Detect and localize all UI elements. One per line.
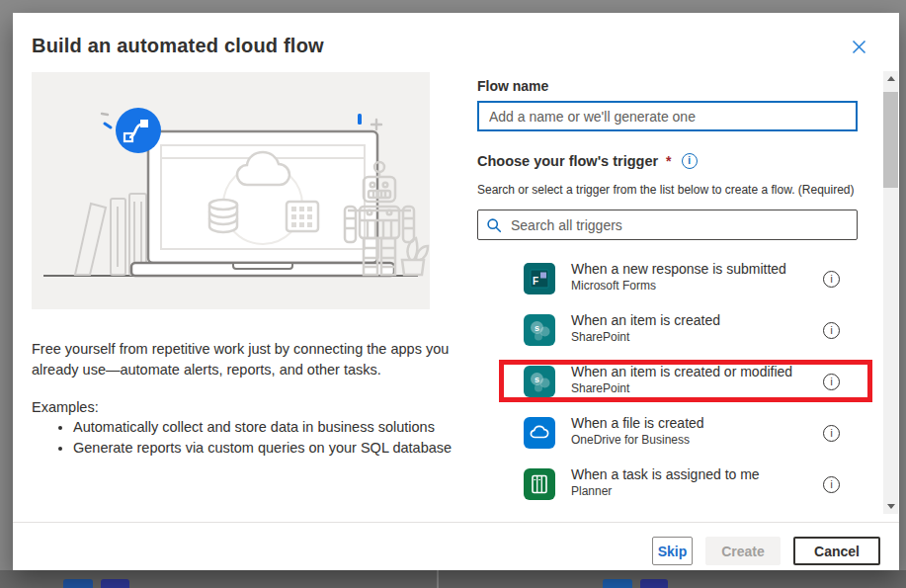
search-icon (486, 217, 502, 233)
trigger-row-sharepoint-created-modified[interactable]: s When an item is created or modified Sh… (477, 366, 858, 397)
background-app-icon (63, 579, 93, 588)
footer-divider (13, 522, 899, 523)
sharepoint-icon: s (524, 314, 555, 346)
svg-text:s: s (535, 323, 539, 333)
flow-name-input[interactable] (477, 101, 858, 131)
automation-illustration (32, 72, 430, 309)
trigger-title: When a new response is submitted (571, 261, 786, 278)
planner-icon (524, 468, 555, 500)
examples-list: Automatically collect and store data in … (32, 417, 468, 459)
trigger-title: When an item is created (571, 312, 720, 329)
create-button[interactable]: Create (705, 537, 781, 565)
trigger-label: Choose your flow's trigger (477, 153, 658, 169)
svg-text:s: s (535, 375, 539, 384)
dialog-title: Build an automated cloud flow (32, 35, 324, 57)
info-icon[interactable] (823, 322, 840, 339)
onedrive-icon (524, 417, 555, 449)
skip-button[interactable]: Skip (652, 537, 693, 565)
trigger-row-planner[interactable]: When a task is assigned to me Planner (477, 468, 858, 500)
trigger-service: OneDrive for Business (571, 433, 704, 447)
microsoft-forms-icon: F (524, 263, 555, 294)
scrollbar-down-arrow-icon[interactable] (883, 499, 898, 514)
trigger-service: Planner (571, 484, 760, 498)
trigger-service: SharePoint (571, 381, 792, 395)
trigger-title: When a task is assigned to me (571, 466, 760, 483)
info-icon[interactable] (823, 374, 840, 390)
trigger-title: When an item is created or modified (571, 364, 792, 380)
scrollbar-thumb[interactable] (883, 92, 898, 188)
example-item: Automatically collect and store data in … (73, 417, 468, 437)
dialog-description: Free yourself from repetitive work just … (32, 339, 462, 380)
trigger-help-text: Search or select a trigger from the list… (477, 183, 855, 197)
required-asterisk: * (666, 153, 671, 169)
cancel-button[interactable]: Cancel (793, 537, 880, 565)
trigger-row-onedrive[interactable]: When a file is created OneDrive for Busi… (477, 417, 858, 449)
trigger-list: F When a new response is submitted Micro… (477, 263, 858, 520)
info-icon[interactable] (823, 476, 840, 493)
build-automated-cloud-flow-dialog: Build an automated cloud flow (13, 13, 899, 570)
trigger-title: When a file is created (571, 415, 704, 432)
scrollbar-up-arrow-icon[interactable] (883, 71, 898, 86)
trigger-service: SharePoint (571, 330, 720, 344)
sharepoint-icon: s (524, 366, 555, 397)
trigger-row-forms[interactable]: F When a new response is submitted Micro… (477, 263, 858, 294)
examples-label: Examples: (32, 399, 99, 415)
background-divider (437, 570, 439, 588)
svg-text:F: F (533, 276, 538, 287)
flow-name-label: Flow name (477, 78, 548, 94)
trigger-section-header: Choose your flow's trigger * (477, 153, 698, 169)
close-icon[interactable] (849, 37, 868, 56)
trigger-service: Microsoft Forms (571, 279, 786, 293)
trigger-row-sharepoint-created[interactable]: s When an item is created SharePoint (477, 314, 858, 346)
dimmed-page-background (0, 570, 906, 588)
background-app-icon (640, 579, 668, 588)
info-icon[interactable] (823, 425, 840, 442)
info-icon[interactable] (823, 271, 840, 288)
footer-buttons: Skip Create Cancel (652, 537, 880, 565)
screen: Build an automated cloud flow (0, 0, 906, 588)
trigger-list-scrollbar[interactable] (883, 71, 898, 514)
trigger-search-box[interactable] (477, 210, 858, 240)
background-app-icon (101, 579, 129, 588)
search-input[interactable] (509, 216, 849, 234)
background-app-icon (603, 579, 632, 588)
example-item: Generate reports via custom queries on y… (73, 438, 468, 458)
info-icon[interactable] (682, 153, 698, 169)
